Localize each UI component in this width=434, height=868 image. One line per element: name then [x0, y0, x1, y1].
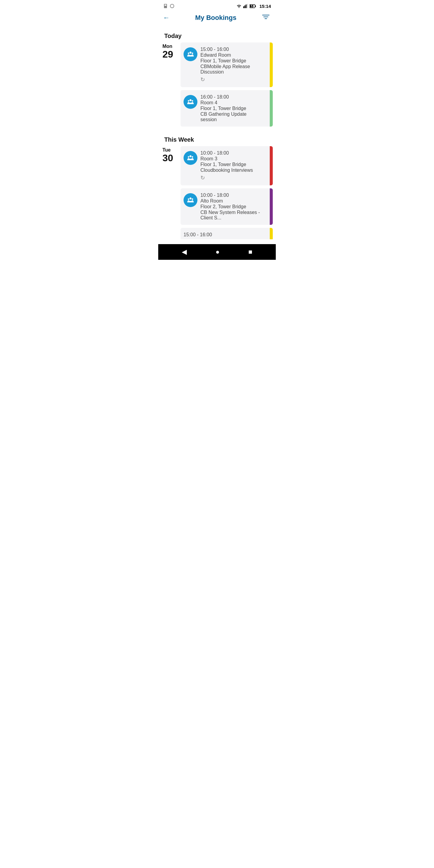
- day-name-mon29: Mon: [162, 44, 178, 49]
- bookings-list-tue30: 10:00 - 18:00 Room 3 Floor 1, Tower Brid…: [181, 146, 273, 239]
- status-time: 15:14: [259, 4, 271, 9]
- booking-accent-b5: [270, 228, 273, 239]
- filter-icon[interactable]: [262, 14, 270, 22]
- signal-icon: [243, 4, 248, 8]
- booking-details-b4: 10:00 - 18:00 Alto Room Floor 2, Tower B…: [200, 193, 261, 221]
- day-num-mon29: 29: [162, 49, 178, 60]
- day-name-tue30: Tue: [162, 147, 178, 153]
- filter-lines-icon: [262, 14, 270, 20]
- svg-point-21: [188, 100, 189, 101]
- svg-rect-5: [244, 5, 245, 8]
- nav-recents-button[interactable]: ■: [248, 248, 252, 256]
- svg-point-28: [192, 198, 193, 200]
- booking-time-b2: 16:00 - 18:00: [200, 94, 261, 100]
- booking-card-b3[interactable]: 10:00 - 18:00 Room 3 Floor 1, Tower Brid…: [181, 146, 273, 185]
- booking-name-b3: Cloudbooking Interviews: [200, 167, 261, 173]
- svg-rect-4: [243, 6, 244, 8]
- booking-accent-b1: [270, 42, 273, 87]
- top-nav: ← My Bookings: [158, 11, 276, 25]
- booking-time-b5: 15:00 - 16:00: [184, 232, 261, 238]
- svg-point-25: [192, 156, 193, 158]
- booking-floor-b3: Floor 1, Tower Bridge: [200, 162, 261, 167]
- recurring-icon-b1: ↻: [200, 76, 261, 83]
- day-label-tue30: Tue 30: [162, 146, 178, 163]
- booking-icon-b3: [184, 151, 197, 165]
- booking-icon-b1: [184, 47, 197, 61]
- svg-point-3: [239, 7, 239, 8]
- day-group-tue30: Tue 30 10:00 - 18:00 Room 3 Floor 1, T: [158, 146, 276, 244]
- bottom-nav: ◀ ● ■: [158, 244, 276, 260]
- nav-home-button[interactable]: ●: [216, 248, 219, 256]
- svg-point-26: [190, 197, 192, 199]
- booking-card-b1[interactable]: 15:00 - 16:00 Edward Room Floor 1, Tower…: [181, 42, 273, 87]
- booking-icon-b4: [184, 193, 197, 207]
- booking-floor-b4: Floor 2, Tower Bridge: [200, 204, 261, 210]
- booking-floor-b2: Floor 1, Tower Bridge: [200, 106, 261, 111]
- day-label-mon29: Mon 29: [162, 42, 178, 60]
- svg-point-20: [190, 99, 192, 101]
- booking-accent-b4: [270, 188, 273, 225]
- svg-point-19: [192, 53, 193, 54]
- booking-details-b3: 10:00 - 18:00 Room 3 Floor 1, Tower Brid…: [200, 150, 261, 181]
- booking-card-b5-partial[interactable]: 15:00 - 16:00: [181, 228, 273, 239]
- day-group-mon29: Mon 29 15:00 - 16:00 Edward Room Floor: [158, 42, 276, 131]
- meeting-icon-4: [187, 196, 194, 204]
- booking-room-b1: Edward Room: [200, 53, 261, 58]
- svg-rect-1: [164, 4, 166, 6]
- svg-rect-7: [247, 4, 248, 8]
- booking-name-b2: CB Gathering Update session: [200, 112, 261, 122]
- sim-icon: [163, 4, 168, 8]
- page-title: My Bookings: [170, 14, 262, 22]
- svg-rect-9: [255, 5, 256, 7]
- booking-accent-b2: [270, 90, 273, 127]
- booking-room-b4: Alto Room: [200, 198, 261, 204]
- status-right-icons: 15:14: [236, 4, 271, 9]
- svg-point-18: [188, 53, 189, 54]
- booking-room-b3: Room 3: [200, 156, 261, 161]
- booking-floor-b1: Floor 1, Tower Bridge: [200, 58, 261, 64]
- booking-accent-b3: [270, 146, 273, 185]
- booking-room-b2: Room 4: [200, 100, 261, 105]
- status-bar: 15:14: [158, 0, 276, 11]
- meeting-icon: [187, 50, 194, 58]
- booking-time-b4: 10:00 - 18:00: [200, 193, 261, 198]
- recurring-icon-b3: ↻: [200, 175, 261, 181]
- section-thisweek-header: This Week: [158, 131, 276, 146]
- booking-details-b5: 15:00 - 16:00: [184, 232, 261, 238]
- svg-point-22: [192, 100, 193, 101]
- booking-name-b1: CBMobile App Release Discussion: [200, 64, 261, 75]
- meeting-icon-2: [187, 98, 194, 106]
- status-left-icons: [163, 4, 175, 8]
- section-today-header: Today: [158, 28, 276, 42]
- bookings-list-mon29: 15:00 - 16:00 Edward Room Floor 1, Tower…: [181, 42, 273, 127]
- svg-point-2: [170, 4, 174, 8]
- nav-back-button[interactable]: ◀: [182, 248, 187, 256]
- back-button[interactable]: ←: [163, 14, 170, 21]
- svg-rect-6: [246, 4, 247, 8]
- day-num-tue30: 30: [162, 153, 178, 163]
- wifi-icon: [236, 4, 242, 8]
- circle-icon: [170, 4, 175, 8]
- booking-card-b2[interactable]: 16:00 - 18:00 Room 4 Floor 1, Tower Brid…: [181, 90, 273, 127]
- svg-point-24: [188, 156, 189, 158]
- booking-card-b4[interactable]: 10:00 - 18:00 Alto Room Floor 2, Tower B…: [181, 188, 273, 225]
- booking-time-b1: 15:00 - 16:00: [200, 47, 261, 52]
- booking-details-b2: 16:00 - 18:00 Room 4 Floor 1, Tower Brid…: [200, 94, 261, 122]
- content: Today Mon 29 15:00 - 16:00 Edward: [158, 25, 276, 244]
- meeting-icon-3: [187, 154, 194, 162]
- svg-point-27: [188, 198, 189, 200]
- booking-icon-b2: [184, 95, 197, 109]
- booking-time-b3: 10:00 - 18:00: [200, 150, 261, 156]
- battery-icon: [250, 4, 256, 8]
- svg-point-17: [190, 52, 192, 54]
- booking-name-b4: CB New System Releases - Client S...: [200, 210, 261, 221]
- svg-point-23: [190, 155, 192, 157]
- booking-details-b1: 15:00 - 16:00 Edward Room Floor 1, Tower…: [200, 47, 261, 83]
